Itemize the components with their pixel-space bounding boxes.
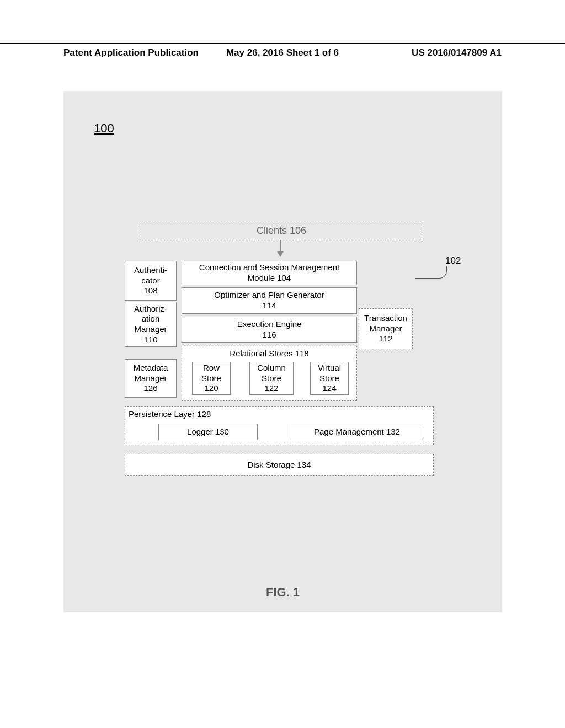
clients-box: Clients 106 <box>141 221 422 240</box>
relational-stores-box: Relational Stores 118 RowStore120 Column… <box>182 346 357 401</box>
figure-caption: FIG. 1 <box>63 585 502 599</box>
optimizer-box: Optimizer and Plan Generator114 <box>182 287 357 314</box>
column-store-box: ColumnStore122 <box>249 362 294 395</box>
persistence-layer-box: Persistence Layer 128 Logger 130 Page Ma… <box>125 406 434 445</box>
persistence-title: Persistence Layer 128 <box>129 409 211 420</box>
reference-100: 100 <box>94 121 114 136</box>
authorization-manager-box: Authoriz-ationManager110 <box>125 302 177 347</box>
virtual-store-box: VirtualStore124 <box>310 362 349 395</box>
system-container: Authenti-cator108 Authoriz-ationManager1… <box>122 256 440 488</box>
disk-storage-box: Disk Storage 134 <box>125 454 434 476</box>
diagram-area: 100 Clients 106 102 Authenti-cator108 Au… <box>63 91 502 612</box>
authenticator-box: Authenti-cator108 <box>125 261 177 301</box>
reference-102: 102 <box>445 255 461 266</box>
page-management-box: Page Management 132 <box>291 424 423 440</box>
execution-engine-box: Execution Engine116 <box>182 317 357 343</box>
header-left: Patent Application Publication <box>63 47 199 58</box>
metadata-manager-box: MetadataManager126 <box>125 359 177 398</box>
row-store-box: RowStore120 <box>192 362 231 395</box>
relational-stores-title: Relational Stores 118 <box>230 349 308 359</box>
page-header: Patent Application Publication May 26, 2… <box>0 43 565 58</box>
header-center: May 26, 2016 Sheet 1 of 6 <box>226 47 339 58</box>
header-right: US 2016/0147809 A1 <box>412 47 502 58</box>
logger-box: Logger 130 <box>158 424 258 440</box>
connection-session-box: Connection and Session ManagementModule … <box>182 261 357 285</box>
transaction-manager-box: TransactionManager112 <box>359 308 413 349</box>
